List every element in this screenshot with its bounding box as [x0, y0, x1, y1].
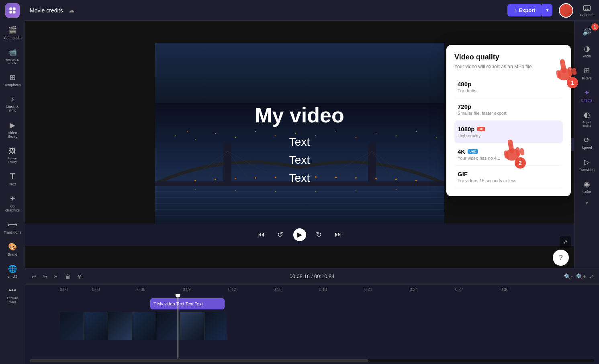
- svg-point-9: [215, 133, 216, 134]
- sidebar-item-transitions[interactable]: ⟷ Transitions: [2, 217, 23, 238]
- svg-rect-1: [13, 8, 16, 10]
- right-item-transition[interactable]: ▷ Transition: [576, 155, 598, 175]
- thumb-3: [108, 312, 132, 340]
- right-item-effects[interactable]: ✦ Effects: [576, 85, 598, 106]
- redo-button[interactable]: ↪: [41, 272, 49, 281]
- sidebar-item-text[interactable]: T Text: [2, 169, 23, 189]
- play-button[interactable]: ▶: [293, 228, 306, 241]
- quality-option-4k[interactable]: 4K UHD Your video has no 4...: [454, 143, 563, 166]
- sidebar-item-your-media[interactable]: 🎬 Your media: [2, 22, 23, 43]
- svg-point-17: [376, 133, 376, 134]
- svg-point-12: [275, 135, 276, 136]
- quality-1080p-desc: High quality: [458, 133, 560, 138]
- svg-point-15: [335, 131, 336, 132]
- svg-point-19: [415, 130, 417, 132]
- undo-button[interactable]: ↩: [30, 272, 38, 281]
- export-dropdown-button[interactable]: ▼: [542, 4, 553, 16]
- right-item-fade[interactable]: ◑ Fade: [576, 41, 598, 61]
- right-item-filters[interactable]: ⊞ Filters: [576, 63, 598, 83]
- sidebar-item-music[interactable]: ♪ Music & SFX: [2, 92, 23, 116]
- sidebar-item-templates[interactable]: ⊞ Templates: [2, 70, 23, 90]
- add-button[interactable]: ⊕: [76, 272, 84, 281]
- media-icon: 🎬: [8, 26, 17, 35]
- lang-icon: 🌐: [8, 264, 17, 273]
- zoom-out-button[interactable]: 🔍-: [564, 273, 573, 280]
- thumb-4: [132, 312, 156, 340]
- quality-720p-name: 720p: [458, 103, 560, 110]
- content-area: My video Text Text Text ⏮ ↺ ▶ ↻ ⏭: [25, 21, 599, 268]
- svg-point-43: [415, 180, 417, 181]
- timeline-ruler: 0:00 0:03 0:06 0:09 0:12 0:15: [25, 285, 599, 294]
- quality-option-720p[interactable]: 720p Smaller file, faster export: [454, 98, 563, 121]
- sidebar-item-record[interactable]: 📹 Record &create: [2, 45, 23, 68]
- project-title: Movie credits: [30, 7, 63, 14]
- cut-button[interactable]: ✂: [52, 272, 60, 281]
- export-button[interactable]: ↑ Export: [507, 4, 542, 16]
- fit-button[interactable]: ⤢: [589, 273, 594, 280]
- right-item-speed[interactable]: ⟳ Speed: [576, 132, 598, 153]
- timeline-scrollbar-thumb[interactable]: [30, 359, 368, 362]
- panel-scroll-down-button[interactable]: ▼: [583, 199, 591, 207]
- cloud-save-icon[interactable]: ☁: [68, 6, 75, 14]
- sidebar-item-en-us[interactable]: 🌐 en-US: [2, 261, 23, 282]
- thumb-5: [156, 312, 180, 340]
- image-icon: 🖼: [9, 147, 16, 155]
- video-clip[interactable]: [60, 312, 227, 341]
- fade-icon: ◑: [584, 44, 590, 53]
- app-logo[interactable]: [5, 3, 20, 18]
- delete-button[interactable]: 🗑: [63, 272, 72, 281]
- timeline-playhead[interactable]: [178, 294, 178, 359]
- thumb-2: [84, 312, 108, 340]
- sidebar-item-video-library[interactable]: ▶ Video library: [2, 118, 23, 142]
- right-item-volume[interactable]: 🔊 1: [576, 24, 598, 39]
- adjust-colors-icon: ◐: [584, 110, 590, 119]
- quality-option-480p[interactable]: 480p For drafts: [454, 76, 563, 98]
- captions-topbar-button[interactable]: Captions: [580, 4, 594, 17]
- video-canvas: My video Text Text Text: [155, 43, 444, 224]
- svg-point-54: [355, 190, 356, 191]
- svg-rect-2: [10, 11, 12, 14]
- sub-text-line-1: Text: [289, 133, 310, 151]
- record-icon: 📹: [8, 48, 17, 57]
- text-track-row: T My video Text Text Text: [30, 297, 594, 310]
- sidebar-item-graphics[interactable]: ✦ 88 Graphics: [2, 191, 23, 216]
- sidebar-item-feature-flags[interactable]: ••• FeatureFlags: [2, 283, 23, 307]
- svg-rect-21: [223, 143, 231, 183]
- right-item-adjust-colors[interactable]: ◐ Adjustcolors: [576, 107, 598, 131]
- quality-4k-desc: Your video has no 4...: [458, 156, 560, 161]
- skip-forward-button[interactable]: ⏭: [332, 228, 345, 241]
- svg-rect-0: [10, 8, 12, 10]
- user-avatar[interactable]: [559, 3, 573, 18]
- thumb-1: [60, 312, 84, 340]
- zoom-in-button[interactable]: 🔍+: [576, 273, 586, 280]
- quality-popup-subtitle: Your video will export as an MP4 file: [454, 64, 563, 69]
- timeline-toolbar: ↩ ↪ ✂ 🗑 ⊕ 00:08.16 / 00:10.84 🔍- 🔍+ ⤢: [25, 268, 599, 285]
- help-button[interactable]: ?: [553, 250, 569, 266]
- quality-option-gif[interactable]: GIF For videos 15 seconds or less: [454, 166, 563, 188]
- svg-point-55: [395, 189, 397, 190]
- speed-icon: ⟳: [584, 136, 590, 144]
- svg-point-51: [235, 190, 236, 191]
- timeline-scrollbar[interactable]: [30, 359, 594, 362]
- skip-back-button[interactable]: ⏮: [255, 228, 268, 241]
- step-1-badge: 1: [591, 23, 599, 31]
- more-icon: •••: [9, 287, 16, 295]
- sidebar-item-brand[interactable]: 🎨 Brand: [2, 239, 23, 260]
- quality-option-1080p[interactable]: 1080p HD High quality: [454, 121, 563, 143]
- svg-point-10: [235, 136, 236, 138]
- quality-gif-name: GIF: [458, 171, 560, 177]
- svg-rect-3: [13, 11, 16, 14]
- forward-button[interactable]: ↻: [313, 228, 325, 241]
- svg-point-6: [175, 135, 176, 136]
- svg-point-38: [315, 176, 317, 178]
- expand-button[interactable]: ⤢: [560, 236, 571, 248]
- right-item-color[interactable]: ◉ Color: [576, 177, 598, 197]
- export-group: ↑ Export ▼: [507, 4, 553, 16]
- sidebar-item-image-library[interactable]: 🖼 Imagelibrary: [2, 144, 23, 167]
- svg-point-16: [355, 136, 356, 138]
- text-clip[interactable]: T My video Text Text Text: [150, 298, 225, 309]
- svg-point-32: [194, 180, 196, 181]
- thumb-7: [204, 312, 227, 340]
- rewind-button[interactable]: ↺: [274, 228, 287, 241]
- quality-480p-name: 480p: [458, 81, 560, 87]
